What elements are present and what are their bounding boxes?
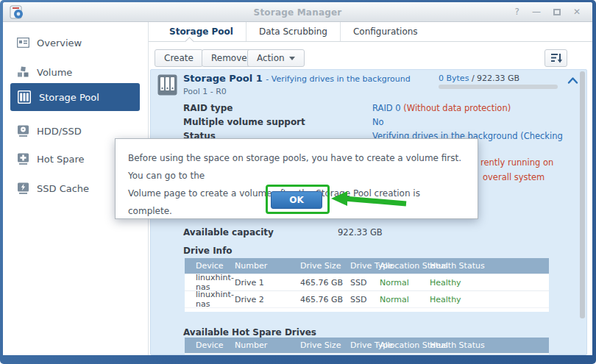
- available-capacity-value: 922.33 GB: [338, 227, 383, 238]
- sidebar-item-overview[interactable]: Overview: [3, 34, 148, 51]
- tab-configurations[interactable]: Configurations: [340, 22, 430, 41]
- cell-size: 465.76 GB: [300, 295, 350, 304]
- col-allocation-status: Allocation Status: [380, 340, 430, 350]
- multi-volume-label: Multiple volume support: [183, 117, 305, 127]
- warning-note-fragment: overall system: [483, 172, 544, 182]
- sort-button[interactable]: [544, 49, 567, 67]
- sidebar-item-label: SSD Cache: [37, 183, 89, 194]
- col-health-status: Health Status: [430, 340, 549, 350]
- sidebar-item-label: Volume: [37, 67, 72, 78]
- hot-spare-label: Available Hot Spare Drives: [183, 327, 316, 338]
- remove-button-label: Remove: [211, 53, 247, 63]
- tab-data-scrubbing[interactable]: Data Scrubbing: [246, 22, 340, 41]
- sidebar-item-label: Storage Pool: [39, 92, 99, 103]
- nas-enclosure-icon: [157, 74, 177, 96]
- minimize-icon[interactable]: —: [532, 7, 541, 17]
- warning-note-fragment: rently running on: [480, 157, 553, 168]
- lightning-drive-icon: [17, 182, 29, 194]
- tab-bar: Storage Pool Data Scrubbing Configuratio…: [149, 22, 592, 42]
- list-sort-descending-icon: [550, 53, 562, 63]
- annotation-arrow-icon: [331, 190, 409, 210]
- cell-allocation: Normal: [380, 295, 430, 304]
- id-card-icon: [17, 38, 29, 48]
- col-drive-size: Drive Size: [300, 261, 350, 271]
- cubes-icon: [17, 66, 29, 78]
- hot-spare-table: Device Number Drive Size Drive Type Allo…: [185, 338, 549, 355]
- table-footer: [185, 307, 549, 312]
- create-button[interactable]: Create: [155, 49, 203, 67]
- drive-rack-icon: [17, 90, 32, 104]
- maximize-icon[interactable]: [553, 9, 561, 15]
- available-capacity-label: Available capacity: [183, 227, 274, 238]
- raid-type-value: RAID 0 (Without data protection): [372, 103, 511, 113]
- usage-progress-bar: [439, 85, 558, 89]
- sidebar-item-label: Overview: [37, 38, 82, 49]
- table-row[interactable]: linuxhint-nas Drive 1 465.76 GB SSD Norm…: [185, 274, 549, 290]
- close-icon[interactable]: ✕: [573, 7, 581, 17]
- table-row: [185, 353, 549, 355]
- cell-type: SSD: [350, 278, 380, 288]
- raid-type-main: RAID 0: [372, 103, 403, 113]
- cell-health: Healthy: [430, 295, 549, 304]
- cell-device: linuxhint-nas: [185, 290, 235, 309]
- cell-allocation: Normal: [380, 278, 430, 288]
- dialog-message-line: Before using the space on storage pools,…: [128, 149, 465, 185]
- sidebar-item-label: Hot Spare: [37, 154, 85, 165]
- col-health-status: Health Status: [430, 261, 549, 271]
- cell-type: SSD: [350, 295, 380, 304]
- pool-subtitle: Pool 1 - R0: [183, 87, 227, 96]
- usage-used: 0 Bytes: [439, 74, 469, 83]
- create-button-label: Create: [164, 53, 194, 63]
- sidebar-item-hdd-ssd[interactable]: HDD/SSD: [3, 122, 148, 140]
- cell-health: Healthy: [430, 278, 549, 288]
- sidebar-item-storage-pool[interactable]: Storage Pool: [10, 83, 140, 111]
- window-title: Storage Manager: [3, 7, 592, 18]
- help-icon[interactable]: ?: [515, 7, 519, 17]
- table-row[interactable]: linuxhint-nas Drive 2 465.76 GB SSD Norm…: [185, 290, 549, 307]
- action-button-label: Action: [257, 53, 285, 63]
- hard-drive-icon: [17, 125, 29, 137]
- drive-table-header: Device Number Drive Size Drive Type Allo…: [185, 258, 549, 274]
- col-number: Number: [235, 261, 300, 271]
- drive-info-table: Device Number Drive Size Drive Type Allo…: [185, 258, 549, 312]
- cell-number: Drive 1: [235, 278, 300, 288]
- cell-size: 465.76 GB: [300, 278, 350, 288]
- sidebar-item-label: HDD/SSD: [37, 126, 82, 137]
- hot-spare-table-header: Device Number Drive Size Drive Type Allo…: [185, 338, 549, 353]
- window-frame: Storage Manager ? — ✕ Overview: [0, 0, 596, 364]
- tab-storage-pool[interactable]: Storage Pool: [157, 22, 246, 41]
- col-device: Device: [185, 261, 235, 271]
- collapse-chevron-icon[interactable]: [567, 76, 578, 85]
- sidebar-item-volume[interactable]: Volume: [3, 63, 148, 81]
- annotation-highlight-box: [266, 185, 330, 214]
- col-drive-size: Drive Size: [300, 340, 350, 350]
- pool-name: Storage Pool 1: [183, 73, 263, 84]
- cell-number: Drive 2: [235, 295, 300, 304]
- usage-separator: /: [472, 74, 475, 83]
- plus-drive-icon: [17, 153, 29, 165]
- drive-info-label: Drive Info: [183, 246, 233, 256]
- pool-title: Storage Pool 1 - Verifying drives in the…: [183, 73, 411, 84]
- raid-type-label: RAID type: [183, 103, 233, 113]
- titlebar: Storage Manager ? — ✕: [3, 2, 592, 22]
- action-dropdown-button[interactable]: Action: [247, 49, 305, 67]
- col-allocation-status: Allocation Status: [380, 261, 430, 271]
- toolbar: Create Remove Action: [149, 42, 592, 71]
- raid-type-warning: (Without data protection): [403, 103, 511, 113]
- usage-total: 922.33 GB: [477, 74, 519, 83]
- chevron-down-icon: [289, 57, 295, 60]
- col-number: Number: [235, 340, 300, 350]
- col-device: Device: [185, 340, 235, 350]
- pool-status-suffix: - Verifying drives in the background: [266, 74, 410, 84]
- col-drive-type: Drive Type: [350, 261, 380, 271]
- pool-usage: 0 Bytes / 922.33 GB: [439, 74, 519, 83]
- col-drive-type: Drive Type: [350, 340, 380, 350]
- multi-volume-value: No: [372, 117, 384, 127]
- vertical-scrollbar-thumb[interactable]: [580, 71, 585, 318]
